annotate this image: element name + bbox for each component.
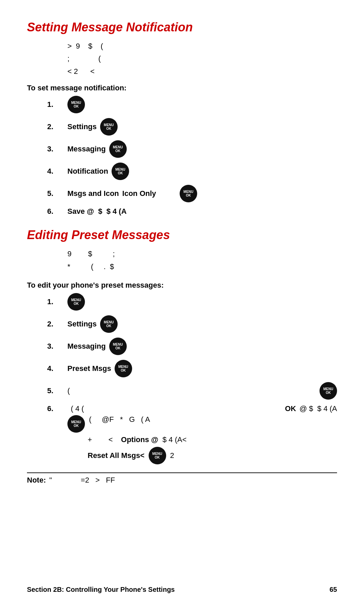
s2-step-5-text: (: [67, 386, 70, 395]
step-4-text: Notification: [67, 167, 108, 176]
step-6-text: Save @ $ $ 4 (A: [67, 207, 127, 216]
intro2-line-1: 9 $ ;: [67, 248, 337, 260]
s2-step-6-content: ( 4 ( OK @ $ $ 4 (A: [71, 404, 337, 413]
note-row: Note: " =2 > FF: [27, 476, 337, 485]
step-5-text: Msgs and Icon: [67, 189, 119, 198]
footer-right: 65: [330, 586, 337, 594]
s2-step-6-ok: OK: [285, 404, 296, 413]
menu-ok-btn-5[interactable]: MENU OK: [180, 185, 197, 202]
step-5-text2: Icon Only: [122, 189, 156, 198]
s2-step-6: 6. ( 4 ( OK @ $ $ 4 (A MENU OK ( @F * G …: [47, 404, 337, 467]
section2-steps: 1. MENU OK 2. Settings MENU OK 3. Messag…: [47, 293, 337, 467]
s2-step-6-text: ( 4 (: [71, 404, 84, 413]
footer: Section 2B: Controlling Your Phone's Set…: [27, 586, 337, 594]
section2-title: Editing Preset Messages: [27, 228, 337, 242]
s2-step-3-text: Messaging: [67, 342, 106, 351]
step-6: 6. Save @ $ $ 4 (A: [47, 207, 337, 216]
step-6-num: 6.: [47, 207, 67, 216]
s2-sub2-text: + <: [88, 435, 121, 444]
note-text: " =2 > FF: [49, 476, 115, 485]
s2-step-4-text: Preset Msgs: [67, 364, 111, 373]
step-1-content: MENU OK: [67, 96, 85, 113]
menu-ok-btn-s2-2[interactable]: MENU OK: [100, 315, 118, 333]
intro-line-2: ; (: [67, 52, 337, 65]
s2-step-6-subline2: + < Options @ $ 4 (A<: [88, 435, 187, 444]
section2-instruction: To edit your phone's preset messages:: [27, 281, 337, 290]
menu-ok-btn-s2-3[interactable]: MENU OK: [109, 338, 127, 355]
menu-ok-btn-s2-1[interactable]: MENU OK: [67, 293, 85, 311]
step-3-text: Messaging: [67, 145, 106, 153]
s2-step-6-subline1: MENU OK ( @F * G ( A: [67, 415, 150, 433]
step-4-num: 4.: [47, 167, 67, 176]
s2-sub2-options: Options @: [121, 435, 158, 444]
footer-left: Section 2B: Controlling Your Phone's Set…: [27, 586, 175, 594]
note-divider: [27, 472, 337, 473]
menu-ok-btn-s2-5[interactable]: MENU OK: [320, 382, 337, 400]
step-6-content: Save @ $ $ 4 (A: [67, 207, 127, 216]
s2-step-5-num: 5.: [47, 386, 67, 395]
menu-ok-btn-2[interactable]: MENU OK: [100, 118, 118, 136]
s2-step-4: 4. Preset Msgs MENU OK: [47, 360, 337, 377]
menu-ok-btn-4[interactable]: MENU OK: [112, 163, 129, 180]
step-5-num: 5.: [47, 189, 67, 198]
note-label: Note:: [27, 476, 46, 485]
s2-sub2-extra: $ 4 (A<: [158, 435, 187, 444]
menu-ok-btn-s2-6b[interactable]: MENU OK: [149, 447, 166, 464]
step-2-text: Settings: [67, 122, 97, 131]
menu-ok-btn-1[interactable]: MENU OK: [67, 96, 85, 113]
s2-step-4-num: 4.: [47, 364, 67, 373]
step-2: 2. Settings MENU OK: [47, 118, 337, 136]
s2-step-3-num: 3.: [47, 342, 67, 351]
section1-title: Setting Message Notification: [27, 20, 337, 34]
s2-step-2-text: Settings: [67, 320, 97, 328]
s2-step-3: 3. Messaging MENU OK: [47, 338, 337, 355]
s2-step-2-content: Settings MENU OK: [67, 315, 118, 333]
step-5-content: Msgs and Icon Icon Only MENU OK: [67, 185, 197, 202]
step-3-num: 3.: [47, 145, 67, 153]
s2-step-5-content: ( MENU OK: [67, 382, 337, 400]
step-1-num: 1.: [47, 100, 67, 109]
s2-sub3-reset: Reset All Msgs<: [88, 451, 145, 460]
s2-step-1: 1. MENU OK: [47, 293, 337, 311]
s2-step-6-extra: @ $ $ 4 (A: [299, 404, 337, 413]
step-4: 4. Notification MENU OK: [47, 163, 337, 180]
s2-step-5: 5. ( MENU OK: [47, 382, 337, 400]
step-3-content: Messaging MENU OK: [67, 140, 127, 158]
section2-intro: 9 $ ; * ( . $: [67, 248, 337, 273]
section1-steps: 1. MENU OK 2. Settings MENU OK 3. Messag…: [47, 96, 337, 216]
step-4-content: Notification MENU OK: [67, 163, 129, 180]
s2-step-6-subline3: Reset All Msgs< MENU OK 2: [88, 447, 174, 464]
s2-step-2-num: 2.: [47, 320, 67, 328]
menu-ok-btn-s2-6a[interactable]: MENU OK: [67, 415, 85, 433]
s2-step-1-num: 1.: [47, 297, 67, 306]
s2-step-1-content: MENU OK: [67, 293, 85, 311]
s2-sub1-text: ( @F * G ( A: [89, 415, 150, 424]
section1-instruction: To set message notification:: [27, 84, 337, 92]
step-3: 3. Messaging MENU OK: [47, 140, 337, 158]
s2-step-2: 2. Settings MENU OK: [47, 315, 337, 333]
step-2-num: 2.: [47, 122, 67, 131]
menu-ok-btn-3[interactable]: MENU OK: [109, 140, 127, 158]
s2-step-6-num: 6.: [47, 404, 67, 413]
intro-line-1: > 9 $ (: [67, 40, 337, 52]
step-5: 5. Msgs and Icon Icon Only MENU OK: [47, 185, 337, 202]
step-1: 1. MENU OK: [47, 96, 337, 113]
intro-line-3: < 2 <: [67, 65, 337, 78]
section1-intro: > 9 $ ( ; ( < 2 <: [67, 40, 337, 78]
s2-step-3-content: Messaging MENU OK: [67, 338, 127, 355]
s2-step-4-content: Preset Msgs MENU OK: [67, 360, 132, 377]
s2-sub3-num: 2: [170, 451, 174, 460]
intro2-line-2: * ( . $: [67, 260, 337, 273]
menu-ok-btn-s2-4[interactable]: MENU OK: [115, 360, 132, 377]
step-2-content: Settings MENU OK: [67, 118, 118, 136]
